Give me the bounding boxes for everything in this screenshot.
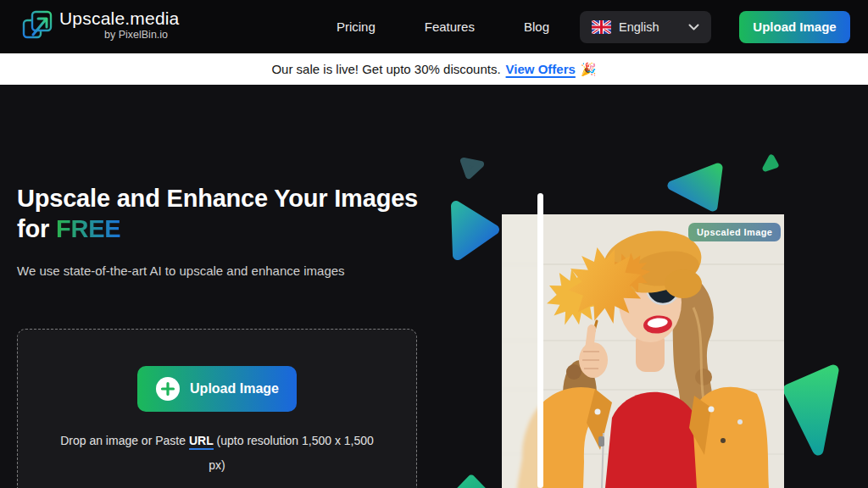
navbar: Upscale.media by PixelBin.io Pricing Fea…: [0, 0, 868, 53]
original-image-strip: [502, 214, 539, 488]
upload-dropzone[interactable]: Upload Image Drop an image or Paste URL …: [17, 329, 417, 488]
upload-button-label: Upload Image: [190, 381, 279, 396]
nav-links: Pricing Features Blog: [337, 19, 549, 34]
drop-hint: Drop an image or Paste URL (upto resolut…: [55, 429, 379, 478]
upload-image-button-navbar[interactable]: Upload Image: [739, 11, 850, 43]
hero-title-line2: for: [17, 215, 56, 242]
hero-title: Upscale and Enhance Your Images for FREE: [17, 183, 428, 244]
paste-url-link[interactable]: URL: [189, 434, 214, 450]
upload-image-button-hero[interactable]: Upload Image: [137, 366, 297, 412]
nav-link-pricing[interactable]: Pricing: [337, 19, 376, 34]
language-selector[interactable]: English: [580, 11, 711, 43]
drop-hint-suffix: (upto resolution 1,500 x 1,500 px): [209, 434, 374, 472]
plus-circle-icon: [155, 376, 181, 402]
hero-subtitle: We use state-of-the-art AI to upscale an…: [17, 263, 428, 278]
brand-byline: by PixelBin.io: [104, 29, 180, 41]
view-offers-link[interactable]: View Offers: [506, 62, 576, 76]
comparison-slider-line[interactable]: [537, 193, 543, 488]
nav-link-features[interactable]: Features: [425, 19, 475, 34]
announcement-bar: Our sale is live! Get upto 30% discounts…: [0, 53, 868, 85]
hero-title-line1: Upscale and Enhance Your Images: [17, 185, 418, 212]
preview-image: Upscaled Image: [502, 214, 784, 488]
hero-left-column: Upscale and Enhance Your Images for FREE…: [0, 85, 428, 488]
brand-logo[interactable]: Upscale.media by PixelBin.io: [20, 8, 180, 46]
hero-section: Upscale and Enhance Your Images for FREE…: [0, 85, 868, 488]
upscale-arrow-logo-icon: [20, 8, 54, 46]
drop-hint-prefix: Drop an image or Paste: [60, 434, 189, 447]
upscaled-image-badge: Upscaled Image: [688, 223, 781, 241]
celebration-emoji-icon: 🎉: [581, 62, 597, 77]
language-label: English: [619, 20, 659, 34]
hero-title-highlight: FREE: [56, 215, 121, 242]
uk-flag-icon: [592, 20, 611, 34]
announcement-message: Our sale is live! Get upto 30% discounts…: [271, 62, 500, 76]
brand-name: Upscale.media: [59, 8, 180, 29]
chevron-down-icon: [688, 24, 699, 30]
nav-link-blog[interactable]: Blog: [524, 19, 549, 34]
